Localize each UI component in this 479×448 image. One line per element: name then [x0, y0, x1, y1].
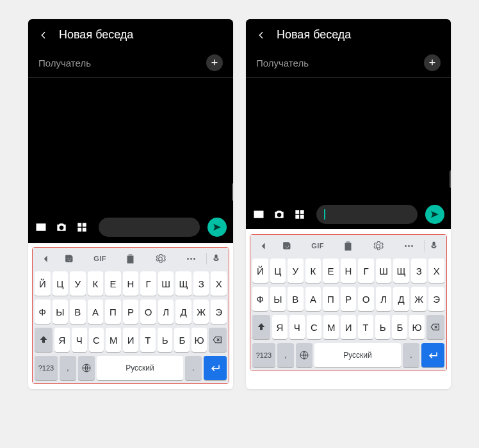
key[interactable]: Т: [140, 328, 156, 352]
key[interactable]: Г: [358, 259, 374, 283]
space-key[interactable]: Русский: [314, 343, 401, 367]
key[interactable]: Л: [376, 287, 392, 311]
key[interactable]: К: [88, 271, 104, 296]
key[interactable]: Г: [140, 271, 156, 296]
backspace-key[interactable]: [209, 328, 227, 352]
key[interactable]: У: [288, 259, 304, 283]
back-arrow-icon[interactable]: [38, 30, 49, 40]
recipient-input[interactable]: Получатель: [38, 58, 91, 68]
key[interactable]: Ж: [193, 300, 209, 324]
key[interactable]: Ч: [289, 315, 305, 339]
key[interactable]: О: [140, 300, 156, 324]
add-recipient-button[interactable]: +: [424, 54, 441, 71]
key[interactable]: У: [70, 271, 86, 296]
key[interactable]: А: [305, 287, 321, 311]
grid-icon[interactable]: [293, 208, 306, 221]
key[interactable]: Ы: [53, 300, 69, 324]
camera-icon[interactable]: [55, 221, 68, 234]
key[interactable]: Ф: [252, 287, 268, 311]
key[interactable]: Ш: [158, 271, 174, 296]
key[interactable]: И: [341, 315, 356, 339]
key[interactable]: И: [123, 328, 138, 352]
enter-key[interactable]: [204, 356, 227, 380]
shift-key[interactable]: [35, 328, 53, 352]
key[interactable]: Я: [54, 328, 70, 352]
language-key[interactable]: [78, 356, 95, 380]
sticker-icon[interactable]: [54, 248, 85, 269]
key[interactable]: Ф: [35, 300, 51, 324]
key[interactable]: Ш: [376, 259, 392, 283]
symbols-key[interactable]: ?123: [252, 343, 275, 367]
key[interactable]: З: [193, 271, 209, 296]
comma-key[interactable]: ,: [60, 356, 76, 380]
key[interactable]: Н: [123, 271, 139, 296]
toolbar-collapse-button[interactable]: [37, 248, 54, 269]
key[interactable]: Ь: [375, 315, 391, 339]
mic-icon[interactable]: [207, 248, 225, 269]
key[interactable]: Ю: [409, 315, 425, 339]
key[interactable]: Р: [341, 287, 357, 311]
shift-key[interactable]: [252, 315, 270, 339]
key[interactable]: Е: [105, 271, 121, 296]
more-icon[interactable]: [394, 235, 424, 257]
key[interactable]: О: [358, 287, 374, 311]
key[interactable]: Щ: [175, 271, 191, 296]
send-button[interactable]: [425, 205, 444, 224]
sticker-icon[interactable]: [272, 235, 302, 257]
key[interactable]: Д: [175, 300, 191, 324]
key[interactable]: Е: [323, 259, 339, 283]
recipient-input[interactable]: Получатель: [256, 58, 309, 68]
key[interactable]: А: [88, 300, 104, 324]
clipboard-icon[interactable]: [333, 235, 363, 257]
key[interactable]: Н: [341, 259, 357, 283]
key[interactable]: Й: [35, 271, 51, 296]
key[interactable]: Б: [392, 315, 407, 339]
key[interactable]: Я: [272, 315, 288, 339]
toolbar-collapse-button[interactable]: [254, 235, 272, 257]
key[interactable]: Д: [393, 287, 409, 311]
grid-icon[interactable]: [76, 221, 88, 234]
period-key[interactable]: .: [403, 343, 419, 367]
key[interactable]: С: [89, 328, 104, 352]
comma-key[interactable]: ,: [277, 343, 294, 367]
language-key[interactable]: [296, 343, 313, 367]
gif-button[interactable]: GIF: [302, 235, 332, 257]
key[interactable]: Й: [252, 259, 268, 283]
key[interactable]: Ц: [53, 271, 69, 296]
key[interactable]: Ь: [158, 328, 173, 352]
key[interactable]: Р: [123, 300, 139, 324]
add-recipient-button[interactable]: +: [206, 54, 223, 71]
more-icon[interactable]: [176, 248, 206, 269]
enter-key[interactable]: [421, 343, 444, 367]
key[interactable]: М: [323, 315, 339, 339]
message-input[interactable]: [316, 205, 418, 224]
key[interactable]: М: [106, 328, 121, 352]
key[interactable]: Э: [428, 287, 444, 311]
camera-icon[interactable]: [273, 208, 286, 221]
key[interactable]: Ж: [411, 287, 427, 311]
gallery-icon[interactable]: [35, 221, 47, 234]
key[interactable]: Ю: [191, 328, 207, 352]
key[interactable]: Ч: [72, 328, 87, 352]
key[interactable]: Т: [358, 315, 373, 339]
space-key[interactable]: Русский: [97, 356, 183, 380]
key[interactable]: К: [305, 259, 321, 283]
key[interactable]: Б: [174, 328, 190, 352]
send-button[interactable]: [207, 218, 227, 237]
key[interactable]: С: [307, 315, 322, 339]
key[interactable]: Щ: [393, 259, 409, 283]
key[interactable]: В: [288, 287, 304, 311]
message-input[interactable]: [99, 218, 200, 237]
gif-button[interactable]: GIF: [85, 248, 115, 269]
key[interactable]: Х: [428, 259, 444, 283]
key[interactable]: Ы: [270, 287, 286, 311]
key[interactable]: П: [323, 287, 339, 311]
backspace-key[interactable]: [426, 315, 444, 339]
key[interactable]: З: [411, 259, 427, 283]
key[interactable]: Л: [158, 300, 174, 324]
key[interactable]: В: [70, 300, 86, 324]
key[interactable]: Х: [211, 271, 227, 296]
clipboard-icon[interactable]: [115, 248, 145, 269]
symbols-key[interactable]: ?123: [35, 356, 58, 380]
key[interactable]: Э: [211, 300, 227, 324]
